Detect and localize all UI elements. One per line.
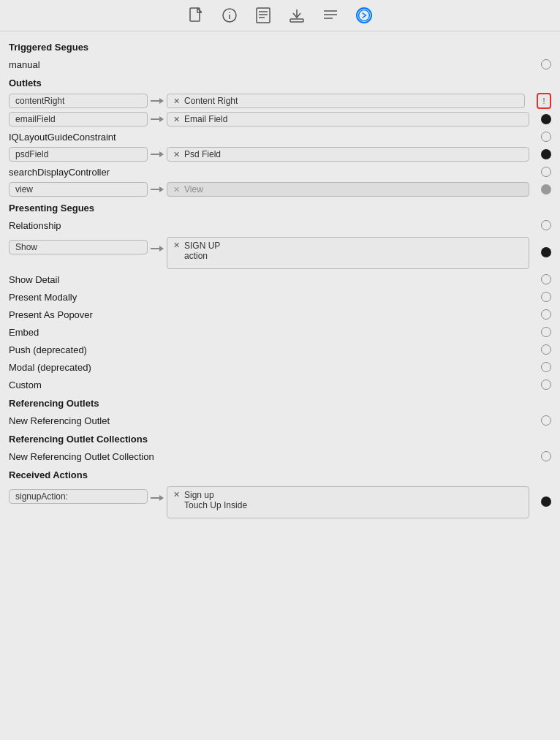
- signup-action-line1: Sign up: [184, 490, 247, 500]
- relationship-label: Relationship: [9, 220, 541, 231]
- signup-action-dest: ✕ Sign up Touch Up Inside: [167, 486, 529, 518]
- embed-row: Embed: [0, 323, 560, 341]
- content-right-source: contentRight: [9, 94, 148, 108]
- psd-field-dot[interactable]: [541, 149, 551, 159]
- push-deprecated-label: Push (deprecated): [9, 344, 541, 355]
- svg-point-14: [359, 10, 370, 21]
- arrow-connector-3: [151, 151, 164, 157]
- email-field-dest: ✕ Email Field: [167, 112, 529, 127]
- arrow-connector-6: [151, 495, 164, 501]
- custom-dot[interactable]: [541, 380, 551, 390]
- email-field-label: Email Field: [184, 114, 227, 124]
- signup-action-text: Sign up Touch Up Inside: [184, 490, 247, 510]
- referencing-outlet-collections-header: Referencing Outlet Collections: [0, 429, 560, 448]
- signup-dest: ✕ SIGN UP action: [167, 237, 529, 269]
- present-popover-dot[interactable]: [541, 309, 551, 320]
- email-field-dot[interactable]: [541, 114, 551, 124]
- content-right-dest: ✕ Content Right: [167, 94, 525, 108]
- arrow-connector-2: [151, 116, 164, 122]
- search-display-row: searchDisplayController: [0, 163, 560, 181]
- show-dot[interactable]: [541, 247, 551, 257]
- x-icon-6[interactable]: ✕: [173, 490, 180, 499]
- manual-dot[interactable]: [541, 59, 551, 69]
- arrow-connector-4: [151, 186, 164, 192]
- search-display-label: searchDisplayController: [9, 167, 541, 178]
- document-icon[interactable]: [255, 7, 271, 23]
- view-row: view ✕ View: [0, 181, 560, 198]
- new-referencing-outlet-collection-row: New Referencing Outlet Collection: [0, 448, 560, 465]
- present-popover-row: Present As Popover: [0, 306, 560, 323]
- custom-row: Custom: [0, 376, 560, 393]
- x-icon-2[interactable]: ✕: [173, 115, 180, 124]
- new-referencing-outlet-collection-dot[interactable]: [541, 451, 551, 461]
- new-referencing-outlet-collection-label: New Referencing Outlet Collection: [9, 451, 541, 462]
- signup-action-dot[interactable]: [541, 497, 551, 507]
- new-referencing-outlet-dot[interactable]: [541, 415, 551, 426]
- content-right-row: contentRight ✕ Content Right !: [0, 91, 560, 110]
- svg-rect-5: [257, 8, 270, 23]
- show-detail-label: Show Detail: [9, 274, 541, 285]
- present-modally-label: Present Modally: [9, 292, 541, 303]
- received-actions-header: Received Actions: [0, 465, 560, 483]
- iq-layout-dot[interactable]: [541, 132, 551, 142]
- svg-rect-0: [190, 8, 200, 21]
- signup-line2: action: [184, 251, 220, 261]
- embed-dot[interactable]: [541, 327, 551, 337]
- relationship-dot[interactable]: [541, 220, 551, 230]
- presenting-segues-header: Presenting Segues: [0, 198, 560, 216]
- modal-deprecated-label: Modal (deprecated): [9, 362, 541, 373]
- file-icon[interactable]: [188, 7, 204, 23]
- view-dest: ✕ View: [167, 182, 529, 197]
- signup-action-source: signupAction:: [9, 489, 148, 504]
- push-deprecated-dot[interactable]: [541, 344, 551, 355]
- arrow-connector-5: [151, 246, 164, 252]
- modal-deprecated-row: Modal (deprecated): [0, 358, 560, 376]
- x-icon-3[interactable]: ✕: [173, 150, 180, 159]
- psd-field-dest: ✕ Psd Field: [167, 147, 529, 162]
- new-referencing-outlet-label: New Referencing Outlet: [9, 415, 541, 426]
- download-icon[interactable]: [289, 7, 305, 23]
- info-icon[interactable]: [222, 7, 238, 23]
- manual-row: manual: [0, 56, 560, 73]
- present-modally-dot[interactable]: [541, 292, 551, 302]
- x-icon-5[interactable]: ✕: [173, 241, 180, 250]
- psd-field-source: psdField: [9, 147, 148, 162]
- x-icon-1[interactable]: ✕: [173, 97, 180, 106]
- present-popover-label: Present As Popover: [9, 309, 541, 320]
- arrow-right-icon[interactable]: [356, 7, 372, 23]
- content-right-label: Content Right: [184, 96, 238, 106]
- referencing-outlets-header: Referencing Outlets: [0, 393, 560, 412]
- email-field-row: emailField ✕ Email Field: [0, 110, 560, 128]
- triggered-segues-header: Triggered Segues: [0, 37, 560, 56]
- custom-label: Custom: [9, 380, 541, 390]
- embed-label: Embed: [9, 327, 541, 338]
- toolbar: [0, 0, 560, 31]
- x-icon-4[interactable]: ✕: [173, 185, 180, 195]
- lines-icon[interactable]: [322, 7, 338, 23]
- psd-field-row: psdField ✕ Psd Field: [0, 146, 560, 163]
- view-source: view: [9, 182, 148, 197]
- push-deprecated-row: Push (deprecated): [0, 341, 560, 358]
- svg-point-4: [229, 12, 230, 13]
- modal-deprecated-dot[interactable]: [541, 362, 551, 372]
- new-referencing-outlet-row: New Referencing Outlet: [0, 412, 560, 429]
- show-row: Show ✕ SIGN UP action: [0, 234, 560, 271]
- signup-text: SIGN UP action: [184, 241, 220, 261]
- iq-layout-label: IQLayoutGuideConstraint: [9, 132, 541, 143]
- show-source: Show: [9, 240, 148, 254]
- signup-line1: SIGN UP: [184, 241, 220, 251]
- email-field-source: emailField: [9, 112, 148, 127]
- iq-layout-row: IQLayoutGuideConstraint: [0, 128, 560, 146]
- show-detail-dot[interactable]: [541, 274, 551, 284]
- svg-rect-10: [290, 19, 303, 22]
- signup-action-row: signupAction: ✕ Sign up Touch Up Inside: [0, 483, 560, 524]
- search-display-dot[interactable]: [541, 167, 551, 177]
- view-label: View: [184, 184, 203, 195]
- view-dot[interactable]: [541, 184, 551, 195]
- main-content: Triggered Segues manual Outlets contentR…: [0, 31, 560, 530]
- present-modally-row: Present Modally: [0, 288, 560, 306]
- arrow-connector-1: [151, 98, 164, 104]
- show-detail-row: Show Detail: [0, 271, 560, 288]
- highlight-button[interactable]: !: [537, 93, 551, 109]
- manual-label: manual: [9, 59, 541, 70]
